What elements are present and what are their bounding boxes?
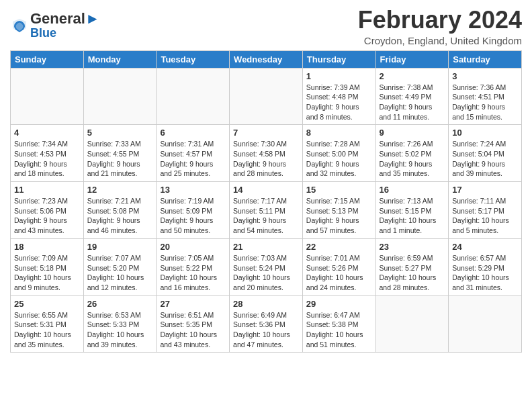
calendar-cell: 4Sunrise: 7:34 AM Sunset: 4:53 PM Daylig… — [11, 125, 84, 182]
col-header-wednesday: Wednesday — [230, 50, 303, 68]
calendar-cell — [157, 68, 230, 125]
day-number: 19 — [87, 242, 153, 252]
calendar-cell — [375, 295, 449, 353]
calendar-cell: 7Sunrise: 7:30 AM Sunset: 4:58 PM Daylig… — [230, 125, 303, 182]
day-number: 24 — [452, 242, 518, 252]
calendar-cell: 29Sunrise: 6:47 AM Sunset: 5:38 PM Dayli… — [302, 295, 375, 353]
day-info: Sunrise: 7:07 AM Sunset: 5:20 PM Dayligh… — [87, 253, 153, 293]
day-info: Sunrise: 7:31 AM Sunset: 4:57 PM Dayligh… — [160, 139, 226, 179]
calendar-cell: 15Sunrise: 7:15 AM Sunset: 5:13 PM Dayli… — [302, 182, 375, 239]
calendar-cell: 27Sunrise: 6:51 AM Sunset: 5:35 PM Dayli… — [157, 295, 230, 353]
day-number: 17 — [452, 185, 518, 195]
day-number: 21 — [233, 242, 299, 252]
day-info: Sunrise: 7:30 AM Sunset: 4:58 PM Dayligh… — [233, 139, 299, 179]
calendar-cell: 3Sunrise: 7:36 AM Sunset: 4:51 PM Daylig… — [449, 68, 522, 125]
day-number: 2 — [380, 71, 445, 81]
logo: General► Blue — [10, 11, 100, 40]
calendar-cell: 17Sunrise: 7:11 AM Sunset: 5:17 PM Dayli… — [449, 182, 522, 239]
day-number: 6 — [160, 128, 226, 138]
day-info: Sunrise: 7:01 AM Sunset: 5:26 PM Dayligh… — [306, 253, 372, 293]
calendar-cell: 10Sunrise: 7:24 AM Sunset: 5:04 PM Dayli… — [449, 125, 522, 182]
day-info: Sunrise: 7:17 AM Sunset: 5:11 PM Dayligh… — [233, 196, 299, 236]
calendar-table: SundayMondayTuesdayWednesdayThursdayFrid… — [10, 50, 522, 353]
day-info: Sunrise: 7:33 AM Sunset: 4:55 PM Dayligh… — [87, 139, 153, 179]
day-number: 4 — [14, 128, 80, 138]
day-number: 14 — [233, 185, 299, 195]
calendar-week-row: 1Sunrise: 7:39 AM Sunset: 4:48 PM Daylig… — [11, 68, 522, 125]
col-header-friday: Friday — [375, 50, 449, 68]
day-info: Sunrise: 7:24 AM Sunset: 5:04 PM Dayligh… — [452, 139, 518, 179]
day-info: Sunrise: 7:09 AM Sunset: 5:18 PM Dayligh… — [14, 253, 80, 293]
logo-text-block: General► Blue — [30, 11, 100, 40]
day-number: 23 — [380, 242, 445, 252]
day-number: 5 — [87, 128, 153, 138]
page-header: General► Blue February 2024 Croydon, Eng… — [10, 7, 522, 46]
calendar-cell — [11, 68, 84, 125]
calendar-cell: 19Sunrise: 7:07 AM Sunset: 5:20 PM Dayli… — [83, 238, 157, 295]
calendar-cell: 8Sunrise: 7:28 AM Sunset: 5:00 PM Daylig… — [302, 125, 375, 182]
day-number: 9 — [380, 128, 445, 138]
day-number: 13 — [160, 185, 226, 195]
logo-general: General — [30, 10, 85, 27]
calendar-cell: 24Sunrise: 6:57 AM Sunset: 5:29 PM Dayli… — [449, 238, 522, 295]
calendar-cell — [449, 295, 522, 353]
col-header-monday: Monday — [83, 50, 157, 68]
title-area: February 2024 Croydon, England, United K… — [358, 7, 522, 46]
logo-blue-text: Blue — [30, 27, 100, 40]
day-info: Sunrise: 7:38 AM Sunset: 4:49 PM Dayligh… — [380, 83, 445, 122]
day-number: 8 — [306, 128, 372, 138]
day-info: Sunrise: 6:55 AM Sunset: 5:31 PM Dayligh… — [14, 310, 80, 350]
calendar-cell: 28Sunrise: 6:49 AM Sunset: 5:36 PM Dayli… — [230, 295, 303, 353]
day-number: 3 — [452, 71, 518, 81]
calendar-cell: 1Sunrise: 7:39 AM Sunset: 4:48 PM Daylig… — [302, 68, 375, 125]
day-info: Sunrise: 7:23 AM Sunset: 5:06 PM Dayligh… — [14, 196, 80, 236]
day-info: Sunrise: 7:26 AM Sunset: 5:02 PM Dayligh… — [380, 139, 445, 179]
day-number: 22 — [306, 242, 372, 252]
calendar-cell — [230, 68, 303, 125]
calendar-cell: 2Sunrise: 7:38 AM Sunset: 4:49 PM Daylig… — [375, 68, 449, 125]
day-info: Sunrise: 7:19 AM Sunset: 5:09 PM Dayligh… — [160, 196, 226, 236]
day-number: 28 — [233, 299, 299, 309]
day-info: Sunrise: 7:15 AM Sunset: 5:13 PM Dayligh… — [306, 196, 372, 236]
day-number: 26 — [87, 299, 153, 309]
calendar-week-row: 11Sunrise: 7:23 AM Sunset: 5:06 PM Dayli… — [11, 182, 522, 239]
logo-icon — [10, 16, 29, 35]
day-number: 20 — [160, 242, 226, 252]
location-subtitle: Croydon, England, United Kingdom — [358, 35, 522, 46]
day-info: Sunrise: 6:57 AM Sunset: 5:29 PM Dayligh… — [452, 253, 518, 293]
calendar-cell: 14Sunrise: 7:17 AM Sunset: 5:11 PM Dayli… — [230, 182, 303, 239]
calendar-cell: 13Sunrise: 7:19 AM Sunset: 5:09 PM Dayli… — [157, 182, 230, 239]
calendar-cell: 18Sunrise: 7:09 AM Sunset: 5:18 PM Dayli… — [11, 238, 84, 295]
calendar-cell: 20Sunrise: 7:05 AM Sunset: 5:22 PM Dayli… — [157, 238, 230, 295]
day-info: Sunrise: 7:28 AM Sunset: 5:00 PM Dayligh… — [306, 139, 372, 179]
day-number: 1 — [306, 71, 372, 81]
logo-blue: ► — [85, 10, 100, 27]
calendar-cell: 12Sunrise: 7:21 AM Sunset: 5:08 PM Dayli… — [83, 182, 157, 239]
day-info: Sunrise: 7:11 AM Sunset: 5:17 PM Dayligh… — [452, 196, 518, 236]
day-info: Sunrise: 6:53 AM Sunset: 5:33 PM Dayligh… — [87, 310, 153, 350]
calendar-week-row: 4Sunrise: 7:34 AM Sunset: 4:53 PM Daylig… — [11, 125, 522, 182]
calendar-cell: 16Sunrise: 7:13 AM Sunset: 5:15 PM Dayli… — [375, 182, 449, 239]
col-header-thursday: Thursday — [302, 50, 375, 68]
day-number: 12 — [87, 185, 153, 195]
day-number: 18 — [14, 242, 80, 252]
day-info: Sunrise: 7:36 AM Sunset: 4:51 PM Dayligh… — [452, 83, 518, 122]
col-header-sunday: Sunday — [11, 50, 84, 68]
calendar-week-row: 18Sunrise: 7:09 AM Sunset: 5:18 PM Dayli… — [11, 238, 522, 295]
day-number: 27 — [160, 299, 226, 309]
day-info: Sunrise: 7:39 AM Sunset: 4:48 PM Dayligh… — [306, 83, 372, 122]
day-info: Sunrise: 6:51 AM Sunset: 5:35 PM Dayligh… — [160, 310, 226, 350]
month-title: February 2024 — [358, 7, 522, 34]
calendar-cell: 23Sunrise: 6:59 AM Sunset: 5:27 PM Dayli… — [375, 238, 449, 295]
calendar-cell: 6Sunrise: 7:31 AM Sunset: 4:57 PM Daylig… — [157, 125, 230, 182]
calendar-cell: 22Sunrise: 7:01 AM Sunset: 5:26 PM Dayli… — [302, 238, 375, 295]
calendar-cell: 11Sunrise: 7:23 AM Sunset: 5:06 PM Dayli… — [11, 182, 84, 239]
calendar-cell: 9Sunrise: 7:26 AM Sunset: 5:02 PM Daylig… — [375, 125, 449, 182]
calendar-week-row: 25Sunrise: 6:55 AM Sunset: 5:31 PM Dayli… — [11, 295, 522, 353]
calendar-cell: 26Sunrise: 6:53 AM Sunset: 5:33 PM Dayli… — [83, 295, 157, 353]
day-number: 25 — [14, 299, 80, 309]
calendar-header-row: SundayMondayTuesdayWednesdayThursdayFrid… — [11, 50, 522, 68]
col-header-saturday: Saturday — [449, 50, 522, 68]
day-info: Sunrise: 6:49 AM Sunset: 5:36 PM Dayligh… — [233, 310, 299, 350]
day-info: Sunrise: 6:47 AM Sunset: 5:38 PM Dayligh… — [306, 310, 372, 350]
